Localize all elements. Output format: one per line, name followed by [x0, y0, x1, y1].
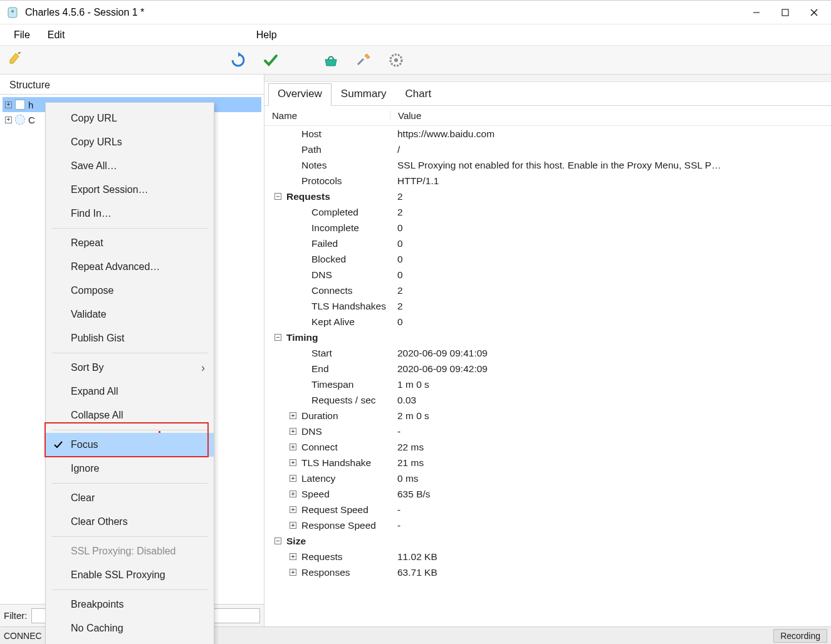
- menu-item-save-all[interactable]: Save All…: [46, 154, 214, 178]
- menu-item-clear-others[interactable]: Clear Others: [46, 510, 214, 534]
- row-value: -: [390, 504, 831, 516]
- overview-row[interactable]: +Latency0 ms: [264, 470, 831, 486]
- expand-icon[interactable]: +: [290, 522, 296, 529]
- expand-icon[interactable]: +: [290, 553, 296, 560]
- maximize-button[interactable]: [771, 1, 800, 24]
- right-panel: Overview Summary Chart Name Value Hostht…: [264, 75, 831, 626]
- col-value-header[interactable]: Value: [390, 110, 831, 121]
- overview-row[interactable]: +Requests11.02 KB: [264, 549, 831, 564]
- overview-row[interactable]: Timespan1 m 0 s: [264, 377, 831, 392]
- refresh-icon[interactable]: [229, 51, 247, 69]
- overview-row[interactable]: Requests / sec0.03: [264, 392, 831, 408]
- close-button[interactable]: [800, 1, 828, 24]
- gear-icon[interactable]: [387, 51, 405, 69]
- collapse-icon[interactable]: −: [274, 193, 281, 200]
- overview-row[interactable]: +Connect22 ms: [264, 439, 831, 455]
- menu-help[interactable]: Help: [248, 27, 286, 43]
- basket-icon[interactable]: [322, 51, 340, 69]
- menu-item-no-caching[interactable]: No Caching: [46, 616, 214, 640]
- minimize-button[interactable]: [742, 1, 771, 24]
- expand-icon[interactable]: +: [290, 569, 296, 576]
- recording-indicator[interactable]: Recording: [773, 629, 827, 643]
- row-value: 21 ms: [390, 457, 831, 469]
- overview-row[interactable]: +Response Speed-: [264, 517, 831, 533]
- overview-row[interactable]: TLS Handshakes2: [264, 298, 831, 314]
- overview-row[interactable]: −Size: [264, 533, 831, 549]
- menu-item-validate[interactable]: Validate: [46, 303, 214, 326]
- overview-row[interactable]: Hosthttps://www.baidu.com: [264, 126, 831, 142]
- tab-structure[interactable]: Structure: [3, 76, 57, 94]
- overview-row[interactable]: NotesSSL Proxying not enabled for this h…: [264, 157, 831, 173]
- menu-item-repeat[interactable]: Repeat: [46, 231, 214, 255]
- overview-row[interactable]: Failed0: [264, 236, 831, 251]
- expand-icon[interactable]: +: [290, 475, 296, 482]
- menu-item-export-session[interactable]: Export Session…: [46, 178, 214, 202]
- row-value: 0: [390, 222, 831, 234]
- tools-icon[interactable]: [355, 51, 372, 69]
- menu-item-copy-urls[interactable]: Copy URLs: [46, 130, 214, 154]
- row-name: Incomplete: [311, 222, 359, 234]
- overview-row[interactable]: −Requests2: [264, 189, 831, 204]
- menu-item-copy-url[interactable]: Copy URL: [46, 106, 214, 130]
- menu-item-enable-ssl-proxying[interactable]: Enable SSL Proxying: [46, 563, 214, 587]
- collapse-icon[interactable]: −: [274, 334, 281, 341]
- menu-item-label: Enable SSL Proxying: [71, 569, 165, 581]
- menu-item-ignore[interactable]: Ignore: [46, 457, 214, 480]
- menu-edit[interactable]: Edit: [39, 27, 74, 43]
- expand-icon[interactable]: +: [290, 412, 296, 419]
- overview-row[interactable]: Connects2: [264, 283, 831, 298]
- overview-row[interactable]: End2020-06-09 09:42:09: [264, 361, 831, 377]
- row-name: Request Speed: [301, 504, 368, 516]
- row-name: Host: [301, 128, 321, 140]
- menu-item-block-cookies[interactable]: Block Cookies: [46, 640, 214, 644]
- menu-item-breakpoints[interactable]: Breakpoints: [46, 593, 214, 616]
- menu-item-sort-by[interactable]: Sort By: [46, 356, 214, 380]
- tab-summary[interactable]: Summary: [332, 83, 396, 106]
- menu-item-collapse-all[interactable]: Collapse All: [46, 403, 214, 427]
- row-name: Latency: [301, 473, 335, 484]
- overview-row[interactable]: Kept Alive0: [264, 314, 831, 330]
- expand-icon[interactable]: +: [5, 101, 12, 108]
- check-icon[interactable]: [262, 51, 280, 69]
- overview-row[interactable]: DNS0: [264, 267, 831, 283]
- overview-row[interactable]: Path/: [264, 142, 831, 157]
- context-menu[interactable]: Copy URLCopy URLsSave All…Export Session…: [45, 102, 214, 644]
- overview-row[interactable]: +DNS-: [264, 423, 831, 439]
- overview-row[interactable]: +TLS Handshake21 ms: [264, 455, 831, 470]
- expand-icon[interactable]: +: [290, 459, 296, 466]
- menu-item-repeat-advanced[interactable]: Repeat Advanced…: [46, 255, 214, 279]
- menu-item-expand-all[interactable]: Expand All: [46, 380, 214, 403]
- menu-separator: [52, 536, 207, 537]
- overview-row[interactable]: +Request Speed-: [264, 502, 831, 517]
- col-name-header[interactable]: Name: [264, 110, 390, 121]
- overview-row[interactable]: Blocked0: [264, 251, 831, 267]
- overview-row[interactable]: Start2020-06-09 09:41:09: [264, 345, 831, 361]
- row-name: Timing: [286, 332, 318, 343]
- menu-separator: [52, 483, 207, 484]
- overview-row[interactable]: ProtocolsHTTP/1.1: [264, 173, 831, 189]
- expand-icon[interactable]: +: [5, 117, 12, 123]
- overview-row[interactable]: +Speed635 B/s: [264, 486, 831, 502]
- tab-chart[interactable]: Chart: [396, 83, 441, 106]
- overview-row[interactable]: +Duration2 m 0 s: [264, 408, 831, 423]
- overview-row[interactable]: Incomplete0: [264, 220, 831, 236]
- expand-icon[interactable]: +: [290, 444, 296, 450]
- tab-overview[interactable]: Overview: [268, 83, 332, 106]
- expand-icon[interactable]: +: [290, 506, 296, 513]
- broom-icon[interactable]: [6, 51, 24, 69]
- overview-row[interactable]: −Timing: [264, 330, 831, 345]
- menu-file[interactable]: File: [5, 27, 39, 43]
- menu-item-focus[interactable]: Focus: [46, 433, 214, 457]
- expand-icon[interactable]: +: [290, 491, 296, 497]
- menu-item-find-in[interactable]: Find In…: [46, 202, 214, 226]
- collapse-icon[interactable]: −: [274, 538, 281, 544]
- menu-item-publish-gist[interactable]: Publish Gist: [46, 326, 214, 350]
- overview-row[interactable]: Completed2: [264, 204, 831, 220]
- detail-tabs: Overview Summary Chart: [264, 82, 831, 106]
- overview-grid[interactable]: Hosthttps://www.baidu.comPath/NotesSSL P…: [264, 126, 831, 626]
- menu-item-compose[interactable]: Compose: [46, 279, 214, 303]
- overview-row[interactable]: +Responses63.71 KB: [264, 564, 831, 580]
- expand-icon[interactable]: +: [290, 428, 296, 435]
- menu-item-clear[interactable]: Clear: [46, 486, 214, 510]
- svg-point-1: [11, 10, 14, 13]
